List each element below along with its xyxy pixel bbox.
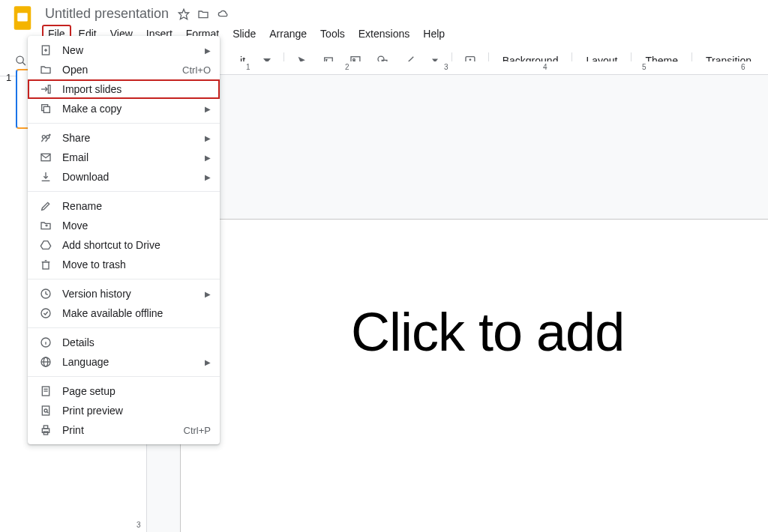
move-icon: [38, 218, 53, 233]
copy-icon: [38, 101, 53, 116]
menu-divider: [28, 376, 220, 377]
menu-open[interactable]: Open Ctrl+O: [28, 60, 220, 79]
file-dropdown-menu: New ▶ Open Ctrl+O Import slides Make a c…: [28, 36, 220, 444]
menu-details-label: Details: [62, 336, 211, 348]
folder-open-icon: [38, 62, 53, 77]
history-icon: [38, 286, 53, 301]
menu-divider: [28, 191, 220, 192]
ruler-tick: 5: [642, 63, 646, 71]
title-row: Untitled presentation: [42, 4, 451, 23]
svg-line-48: [46, 411, 48, 413]
menu-slide[interactable]: Slide: [226, 25, 262, 43]
menu-version-history-label: Version history: [62, 288, 199, 300]
menu-rename[interactable]: Rename: [28, 196, 220, 216]
menu-offline[interactable]: Make available offline: [28, 303, 220, 323]
menu-make-copy-label: Make a copy: [62, 103, 199, 115]
ruler-tick: 3: [444, 63, 448, 71]
menu-add-shortcut-label: Add shortcut to Drive: [62, 239, 211, 251]
menu-add-shortcut[interactable]: Add shortcut to Drive: [28, 235, 220, 255]
menu-help[interactable]: Help: [417, 25, 451, 43]
menu-offline-label: Make available offline: [62, 307, 211, 319]
menu-open-shortcut: Ctrl+O: [182, 64, 211, 76]
drive-shortcut-icon: [38, 238, 53, 253]
cloud-status-icon[interactable]: [217, 8, 230, 20]
ruler-tick: 3: [136, 521, 141, 529]
canvas-area: 1 2 3 4 5 6 3 Click to add: [134, 61, 768, 532]
slides-logo: [9, 4, 36, 31]
menu-import-slides-label: Import slides: [62, 83, 211, 95]
rename-icon: [38, 199, 53, 214]
ruler-tick: 6: [741, 63, 746, 71]
menu-open-label: Open: [62, 64, 182, 76]
svg-point-25: [46, 136, 50, 139]
menu-divider: [28, 123, 220, 124]
svg-rect-46: [42, 406, 49, 415]
menu-import-slides[interactable]: Import slides: [28, 79, 220, 99]
menu-download[interactable]: Download ▶: [28, 167, 220, 187]
menu-print-preview-label: Print preview: [62, 405, 211, 417]
star-icon[interactable]: [178, 8, 190, 20]
menu-page-setup[interactable]: Page setup: [28, 381, 220, 401]
submenu-arrow-icon: ▶: [205, 358, 211, 366]
menu-print-preview[interactable]: Print preview: [28, 401, 220, 420]
trash-icon: [38, 257, 53, 272]
menu-download-label: Download: [62, 171, 199, 183]
share-icon: [38, 130, 53, 145]
menu-language-label: Language: [62, 356, 199, 368]
menu-extensions[interactable]: Extensions: [352, 25, 416, 43]
menu-divider: [28, 327, 220, 328]
ruler-tick: 2: [345, 63, 350, 71]
menu-details[interactable]: Details: [28, 333, 220, 352]
menu-new[interactable]: New ▶: [28, 40, 220, 60]
svg-rect-1: [17, 13, 28, 21]
svg-point-36: [41, 309, 50, 318]
import-icon: [38, 82, 53, 97]
svg-marker-31: [40, 241, 50, 250]
menu-trash-label: Move to trash: [62, 259, 211, 270]
menu-email[interactable]: Email ▶: [28, 148, 220, 167]
svg-rect-23: [44, 106, 50, 112]
svg-rect-32: [43, 262, 49, 269]
submenu-arrow-icon: ▶: [205, 154, 211, 162]
offline-icon: [38, 306, 53, 321]
menu-language[interactable]: Language ▶: [28, 352, 220, 372]
menu-print[interactable]: Print Ctrl+P: [28, 420, 220, 440]
slide-number: 1: [6, 72, 11, 83]
menu-rename-label: Rename: [62, 200, 211, 212]
menu-page-setup-label: Page setup: [62, 385, 211, 397]
menu-make-copy[interactable]: Make a copy ▶: [28, 99, 220, 118]
svg-rect-50: [44, 426, 47, 429]
ruler-tick: 1: [246, 63, 250, 71]
move-folder-icon[interactable]: [197, 8, 209, 20]
email-icon: [38, 150, 53, 165]
svg-point-24: [42, 136, 45, 139]
new-file-icon: [38, 43, 53, 58]
submenu-arrow-icon: ▶: [205, 290, 211, 298]
ruler-tick: 4: [543, 63, 548, 71]
svg-rect-22: [48, 85, 50, 94]
slide-canvas[interactable]: [180, 219, 768, 532]
horizontal-ruler: 1 2 3 4 5 6: [134, 61, 768, 75]
menu-new-label: New: [62, 44, 199, 56]
menu-version-history[interactable]: Version history ▶: [28, 284, 220, 303]
menu-arrange[interactable]: Arrange: [263, 25, 313, 43]
document-title[interactable]: Untitled presentation: [42, 4, 172, 23]
menu-print-label: Print: [62, 424, 184, 436]
menu-print-shortcut: Ctrl+P: [184, 425, 211, 436]
submenu-arrow-icon: ▶: [205, 173, 211, 181]
submenu-arrow-icon: ▶: [205, 46, 211, 55]
submenu-arrow-icon: ▶: [205, 134, 211, 142]
menu-share[interactable]: Share ▶: [28, 128, 220, 148]
svg-marker-2: [178, 9, 188, 19]
download-icon: [38, 169, 53, 184]
submenu-arrow-icon: ▶: [205, 105, 211, 113]
print-preview-icon: [38, 403, 53, 418]
menu-divider: [28, 279, 220, 279]
menu-move-to-trash[interactable]: Move to trash: [28, 255, 220, 274]
menu-move[interactable]: Move: [28, 216, 220, 235]
title-placeholder[interactable]: Click to add: [351, 301, 624, 363]
menu-share-label: Share: [62, 132, 199, 144]
menu-email-label: Email: [62, 151, 199, 163]
menu-tools[interactable]: Tools: [314, 25, 351, 43]
globe-icon: [38, 354, 53, 369]
